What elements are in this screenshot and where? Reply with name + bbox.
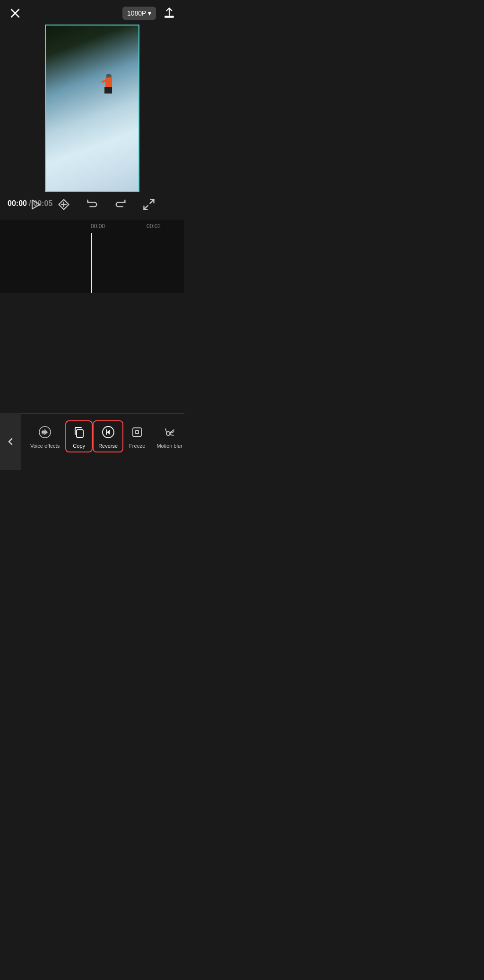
tool-motion-blur[interactable]: Motion blur [151, 420, 184, 452]
top-bar: 1080P ▾ [0, 0, 184, 26]
tool-copy[interactable]: Copy [65, 420, 93, 452]
svg-rect-31 [136, 431, 138, 434]
voice-effects-label: Voice effects [30, 443, 60, 449]
skier-figure [102, 73, 115, 99]
timeline-area: 00:00 00:02 Mute Cover [0, 220, 184, 293]
svg-rect-30 [133, 428, 141, 436]
tool-voice-effects[interactable]: Voice effects [25, 420, 65, 452]
current-time: 00:00 [8, 199, 27, 207]
ruler-mark-0: 00:00 [91, 223, 105, 230]
svg-rect-2 [164, 16, 174, 17]
copy-icon [71, 424, 87, 440]
redo-button[interactable] [112, 196, 129, 213]
bottom-toolbar: Voice effects Copy Reverse [0, 413, 184, 470]
reverse-label: Reverse [98, 443, 118, 449]
motion-blur-icon [162, 424, 178, 440]
freeze-label: Freeze [129, 443, 145, 449]
ruler-mark-2: 00:02 [147, 223, 161, 230]
play-button[interactable] [27, 196, 44, 213]
copy-label: Copy [73, 443, 85, 449]
voice-effects-icon [37, 424, 53, 440]
svg-rect-26 [77, 430, 83, 437]
tool-items: Voice effects Copy Reverse [4, 420, 181, 456]
fullscreen-button[interactable] [140, 196, 157, 213]
close-button[interactable] [8, 6, 23, 21]
svg-marker-28 [107, 430, 110, 435]
timeline-ruler: 00:00 00:02 [0, 220, 184, 233]
add-keyframe-button[interactable] [55, 196, 72, 213]
quality-selector[interactable]: 1080P ▾ [122, 7, 156, 20]
back-button[interactable] [0, 413, 21, 470]
svg-line-7 [144, 205, 148, 209]
svg-line-36 [165, 429, 166, 432]
playback-controls [27, 196, 157, 213]
tool-freeze[interactable]: Freeze [123, 420, 151, 452]
svg-line-6 [150, 200, 154, 204]
reverse-icon [100, 424, 116, 440]
playhead [91, 233, 92, 293]
video-frame [46, 26, 138, 191]
export-button[interactable] [162, 6, 177, 21]
freeze-icon [129, 424, 145, 440]
svg-line-35 [170, 435, 173, 435]
video-preview [45, 25, 139, 192]
snow-background [46, 26, 138, 191]
svg-marker-3 [32, 200, 40, 209]
tool-reverse[interactable]: Reverse [93, 420, 123, 452]
undo-button[interactable] [84, 196, 101, 213]
motion-blur-label: Motion blur [156, 443, 182, 449]
top-right-controls: 1080P ▾ [122, 6, 177, 21]
